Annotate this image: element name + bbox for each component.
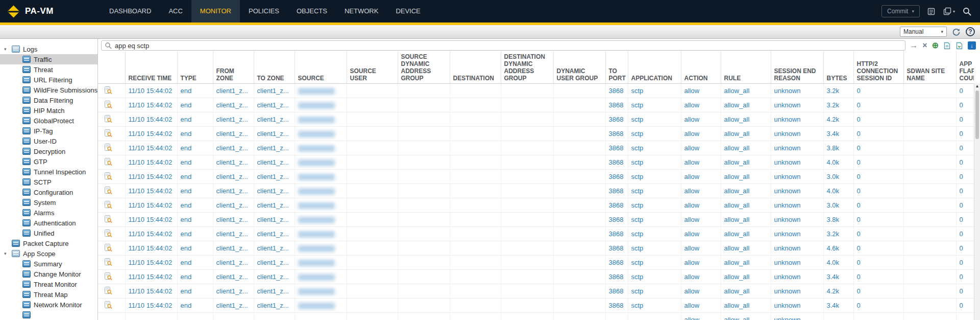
tab-dashboard[interactable]: DASHBOARD (101, 0, 160, 22)
log-row[interactable]: 11/10 15:44:02endclient1_z...client1_z..… (98, 112, 974, 126)
vertical-scrollbar[interactable]: ▲ (974, 83, 980, 320)
sidebar-item-threat[interactable]: Threat (0, 64, 97, 75)
column-header-icon[interactable] (98, 51, 125, 83)
column-header-to-zone[interactable]: TO ZONE (254, 51, 295, 83)
sidebar-item-user-id[interactable]: User-ID (0, 136, 97, 146)
sidebar-item-ip-tag[interactable]: IP-Tag (0, 126, 97, 136)
tab-device[interactable]: DEVICE (387, 0, 429, 22)
sidebar-item-unified[interactable]: Unified (0, 228, 97, 238)
sidebar-item-network-monitor[interactable]: Network Monitor (0, 300, 97, 310)
log-row[interactable]: 11/10 15:44:02endclient1_z...client1_z..… (98, 98, 974, 112)
log-detail-icon[interactable] (98, 284, 125, 298)
log-detail-icon[interactable] (98, 98, 125, 112)
log-detail-icon[interactable] (98, 141, 125, 155)
log-row[interactable]: 11/10 15:44:02endclient1_z...client1_z..… (98, 184, 974, 198)
sidebar-item-traffic-map[interactable] (0, 310, 97, 320)
column-header-source[interactable]: SOURCE (295, 51, 347, 83)
scrollbar-thumb[interactable] (975, 90, 979, 139)
sidebar-item-logs[interactable]: ▾Logs (0, 44, 97, 54)
sidebar-item-threat-monitor[interactable]: Threat Monitor (0, 279, 97, 289)
tree-expander-icon[interactable]: ▾ (4, 47, 12, 52)
sidebar-item-traffic[interactable]: Traffic (0, 54, 97, 64)
sidebar-item-app-scope[interactable]: ▾App Scope (0, 248, 97, 259)
log-row[interactable]: 11/10 15:44:02endclient1_z...client1_z..… (98, 212, 974, 226)
column-header-session-end-reason[interactable]: SESSION END REASON (771, 51, 823, 83)
log-row[interactable]: 11/10 15:44:02endclient1_z...client1_z..… (98, 198, 974, 212)
global-find-icon[interactable] (962, 7, 972, 16)
log-row[interactable]: 11/10 15:44:02endclient1_z...client1_z..… (98, 241, 974, 255)
load-filter-icon[interactable] (955, 42, 963, 50)
log-detail-icon[interactable] (98, 126, 125, 141)
log-detail-icon[interactable] (98, 212, 125, 226)
sidebar-item-decryption[interactable]: Decryption (0, 146, 97, 156)
log-row[interactable]: 11/10 15:44:02endclient1_z...client1_z..… (98, 141, 974, 155)
sidebar-item-configuration[interactable]: Configuration (0, 187, 97, 197)
sidebar-item-summary[interactable]: Summary (0, 259, 97, 269)
sidebar-item-threat-map[interactable]: Threat Map (0, 289, 97, 300)
log-detail-icon[interactable] (98, 269, 125, 284)
column-header-dynamic-user-group[interactable]: DYNAMIC USER GROUP (553, 51, 605, 83)
sidebar-item-data-filtering[interactable]: Data Filtering (0, 95, 97, 105)
sidebar-item-sctp[interactable]: SCTP (0, 177, 97, 187)
tab-policies[interactable]: POLICIES (240, 0, 288, 22)
tab-monitor[interactable]: MONITOR (191, 0, 240, 22)
column-header-app-flap-count[interactable]: APP FLAP COUNT (956, 51, 974, 83)
column-header-rule[interactable]: RULE (721, 51, 771, 83)
refresh-interval-select[interactable]: Manual ▾ (900, 27, 947, 37)
sidebar-item-system[interactable]: System (0, 197, 97, 208)
log-detail-icon[interactable] (98, 241, 125, 255)
sidebar-item-hip-match[interactable]: HIP Match (0, 105, 97, 116)
log-row[interactable]: 11/10 15:44:02endclient1_z...client1_z..… (98, 226, 974, 241)
log-detail-icon[interactable] (98, 226, 125, 241)
sidebar-item-alarms[interactable]: Alarms (0, 208, 97, 218)
sidebar-item-change-monitor[interactable]: Change Monitor (0, 269, 97, 279)
column-header-from-zone[interactable]: FROM ZONE (213, 51, 254, 83)
log-row[interactable]: 11/10 15:44:02endclient1_z...client1_z..… (98, 284, 974, 298)
scroll-up-icon[interactable]: ▲ (974, 84, 980, 88)
commit-status-icon[interactable]: ▾ (943, 7, 955, 16)
log-detail-icon[interactable] (98, 83, 125, 98)
sidebar-item-tunnel-inspection[interactable]: Tunnel Inspection (0, 167, 97, 177)
sidebar-item-authentication[interactable]: Authentication (0, 218, 97, 228)
log-detail-icon[interactable] (98, 198, 125, 212)
log-row[interactable]: 11/10 15:44:02endclient1_z...client1_z..… (98, 83, 974, 98)
tasks-icon[interactable] (927, 7, 936, 16)
sidebar-item-gtp[interactable]: GTP (0, 156, 97, 167)
log-detail-icon[interactable] (98, 112, 125, 126)
column-header-bytes[interactable]: BYTES (823, 51, 853, 83)
log-detail-icon[interactable] (98, 255, 125, 269)
refresh-icon[interactable] (952, 28, 961, 36)
column-header-http2-connection-session-id[interactable]: HTTP/2 CONNECTION SESSION ID (853, 51, 903, 83)
log-row[interactable]: 11/10 15:44:02endclient1_z...client1_z..… (98, 155, 974, 169)
filter-input[interactable] (115, 41, 902, 50)
sidebar-item-url-filtering[interactable]: URL Filtering (0, 75, 97, 85)
clear-filter-icon[interactable]: × (922, 41, 927, 50)
commit-button[interactable]: Commit ▾ (881, 5, 920, 17)
sidebar-item-globalprotect[interactable]: GlobalProtect (0, 116, 97, 126)
column-header-application[interactable]: APPLICATION (628, 51, 681, 83)
tab-objects[interactable]: OBJECTS (288, 0, 336, 22)
column-header-receive-time[interactable]: RECEIVE TIME (125, 51, 177, 83)
log-row[interactable]: 11/10 15:44:02endclient1_z...client1_z..… (98, 126, 974, 141)
tab-network[interactable]: NETWORK (336, 0, 387, 22)
log-row[interactable]: 11/10 15:44:02endclient1_z...client1_z..… (98, 298, 974, 312)
column-header-action[interactable]: ACTION (681, 51, 721, 83)
apply-filter-icon[interactable]: → (910, 41, 918, 50)
sidebar-item-wildfire-submissions[interactable]: WildFire Submissions (0, 85, 97, 95)
log-detail-icon[interactable] (98, 155, 125, 169)
log-row[interactable]: 11/10 15:44:02endclient1_z...client1_z..… (98, 255, 974, 269)
tree-expander-icon[interactable]: ▾ (4, 251, 12, 256)
log-detail-icon[interactable] (98, 169, 125, 184)
column-header-destination[interactable]: DESTINATION (450, 51, 501, 83)
help-icon[interactable]: ? (966, 27, 975, 36)
column-header-source-user[interactable]: SOURCE USER (347, 51, 398, 83)
tab-acc[interactable]: ACC (160, 0, 191, 22)
export-icon[interactable]: ↓ (968, 41, 976, 50)
log-row[interactable]: 11/10 15:44:02endclient1_z...client1_z..… (98, 169, 974, 184)
log-detail-icon[interactable] (98, 298, 125, 312)
column-header-type[interactable]: TYPE (177, 51, 213, 83)
column-header-destination-dynamic-address-group[interactable]: DESTINATION DYNAMIC ADDRESS GROUP (501, 51, 553, 83)
log-row[interactable]: allowallow_allunknown (98, 312, 974, 320)
log-row[interactable]: 11/10 15:44:02endclient1_z...client1_z..… (98, 269, 974, 284)
column-header-sdwan-site-name[interactable]: SDWAN SITE NAME (903, 51, 956, 83)
